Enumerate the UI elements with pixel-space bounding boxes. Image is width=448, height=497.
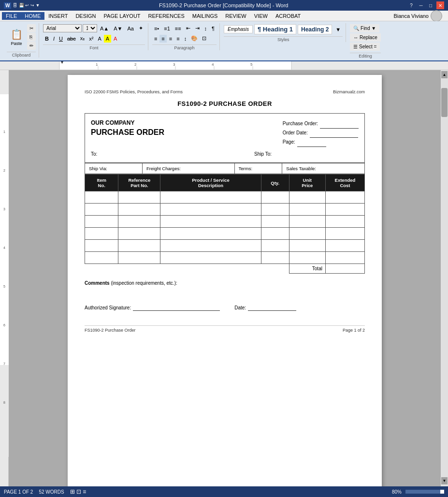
signature-section: Authorized Signature: Date: <box>85 305 365 311</box>
italic-button[interactable]: I <box>51 35 57 43</box>
cell-item <box>85 216 118 228</box>
date-field: Date: <box>234 305 296 311</box>
show-formatting-button[interactable]: ¶ <box>210 25 217 32</box>
comments-section: Comments (inspection requirements, etc.)… <box>85 280 365 286</box>
menu-page-layout[interactable]: PAGE LAYOUT <box>100 12 145 20</box>
clipboard-group: 📋 Paste ✂ ⎘ ✏ Clipboard <box>4 23 39 58</box>
style-emphasis[interactable]: Emphasis <box>224 25 253 33</box>
bold-button[interactable]: B <box>43 35 51 43</box>
help-button[interactable]: ? <box>407 1 415 9</box>
left-ruler: 1 2 3 4 5 6 7 8 <box>0 70 9 486</box>
copy-button[interactable]: ⎘ <box>27 33 36 41</box>
shading-button[interactable]: 🎨 <box>189 34 200 43</box>
font-size-select[interactable]: 12 <box>83 24 97 32</box>
subscript-button[interactable]: x₂ <box>78 34 87 43</box>
underline-button[interactable]: U <box>57 35 65 43</box>
change-case-button[interactable]: Aa <box>125 25 135 32</box>
order-date-label: Order Date: <box>283 129 308 137</box>
scroll-up-button[interactable]: ▲ <box>441 71 448 78</box>
borders-button[interactable]: ⊡ <box>200 34 208 43</box>
decrease-indent-button[interactable]: ⇤ <box>184 24 192 32</box>
increase-indent-button[interactable]: ⇥ <box>193 24 202 32</box>
strikethrough-button[interactable]: abc <box>65 35 78 43</box>
line-spacing-button[interactable]: ↕ <box>182 35 189 43</box>
style-heading1[interactable]: ¶ Heading 1 <box>254 24 296 34</box>
menu-design[interactable]: DESIGN <box>72 12 100 20</box>
clipboard-small-buttons: ✂ ⎘ ✏ <box>27 24 36 50</box>
po-number-line: Purchase Order: <box>283 119 359 129</box>
comments-note: (inspection requirements, etc.): <box>110 280 177 286</box>
style-heading2[interactable]: Heading 2 <box>298 25 332 34</box>
shrink-font-button[interactable]: A▼ <box>112 25 124 32</box>
page-header: ISO 22000 FSMS Policies, Procedures, and… <box>85 89 365 94</box>
superscript-button[interactable]: x² <box>87 35 95 43</box>
highlight-button[interactable]: A <box>104 35 111 43</box>
justify-button[interactable]: ≡ <box>174 35 181 43</box>
zoom-thumb[interactable] <box>440 490 444 494</box>
sort-button[interactable]: ↕ <box>202 25 209 32</box>
title-bar: W 🗄 💾 ↩ ↪ ▼ FS1090-2 Purchase Order [Com… <box>0 0 448 11</box>
align-center-button[interactable]: ≡ <box>159 35 166 43</box>
numbering-button[interactable]: ≡1 <box>162 25 172 32</box>
clear-format-button[interactable]: ✦ <box>137 24 145 32</box>
ruler-inner: 1 2 3 4 5 <box>21 61 441 70</box>
paragraph-row1: ≡• ≡1 ≡≡ ⇤ ⇥ ↕ ¶ <box>152 24 217 32</box>
text-effect-button[interactable]: A <box>96 35 103 43</box>
grow-font-button[interactable]: A▲ <box>98 25 111 32</box>
cut-button[interactable]: ✂ <box>27 24 36 32</box>
menu-acrobat[interactable]: ACROBAT <box>272 12 304 20</box>
document-area: ISO 22000 FSMS Policies, Procedures, and… <box>9 70 441 486</box>
cell-item <box>85 240 118 252</box>
right-scrollbar[interactable]: ▲ ▼ <box>441 70 448 486</box>
font-name-select[interactable]: Arial <box>43 24 82 32</box>
scroll-down-button[interactable]: ▼ <box>441 477 448 484</box>
svg-text:7: 7 <box>3 362 5 365</box>
editing-label: Editing <box>350 53 380 58</box>
svg-text:4: 4 <box>3 246 5 249</box>
cell-qty <box>261 252 289 264</box>
select-button[interactable]: ☰ Select = <box>350 43 380 51</box>
format-painter-button[interactable]: ✏ <box>27 42 36 50</box>
font-color-button[interactable]: A <box>112 35 119 43</box>
menu-insert[interactable]: INSERT <box>44 12 72 20</box>
minimize-button[interactable]: ─ <box>417 1 425 9</box>
paste-button[interactable]: 📋 Paste <box>7 25 26 50</box>
comments-bold-label: Comments <box>85 280 110 286</box>
cell-qty <box>261 216 289 228</box>
sales-tax-cell: Sales Taxable: <box>282 163 365 174</box>
multilevel-button[interactable]: ≡≡ <box>173 25 183 32</box>
svg-text:1: 1 <box>3 130 5 133</box>
align-right-button[interactable]: ≡ <box>167 35 174 43</box>
cell-desc <box>160 228 261 240</box>
maximize-button[interactable]: □ <box>427 1 434 9</box>
replace-button[interactable]: ↔ Replace <box>350 33 380 42</box>
find-button[interactable]: 🔍 Find ▼ <box>350 24 379 32</box>
cell-item <box>85 191 118 204</box>
col-unit-price: UnitPrice <box>289 175 325 191</box>
scroll-thumb[interactable] <box>441 88 448 117</box>
align-left-button[interactable]: ≡ <box>152 35 159 43</box>
table-row <box>85 228 365 240</box>
ruler: 1 2 3 4 5 <box>0 61 448 70</box>
more-styles-button[interactable]: ▼ <box>333 26 343 33</box>
menu-file[interactable]: FILE <box>2 12 21 20</box>
bullets-button[interactable]: ≡• <box>152 25 161 32</box>
paragraph-group: ≡• ≡1 ≡≡ ⇤ ⇥ ↕ ¶ ≡ ≡ ≡ ≡ ↕ 🎨 ⊡ <box>149 23 220 50</box>
svg-text:3: 3 <box>173 62 175 67</box>
zoom-bar[interactable] <box>405 490 444 494</box>
svg-text:2: 2 <box>134 62 137 67</box>
svg-text:5: 5 <box>3 285 5 288</box>
header-left: ISO 22000 FSMS Policies, Procedures, and… <box>85 89 183 94</box>
order-date-blank <box>310 129 358 138</box>
menu-view[interactable]: VIEW <box>250 12 272 20</box>
menu-home[interactable]: HOME <box>21 12 44 20</box>
cell-cost <box>325 191 364 204</box>
menu-review[interactable]: REVIEW <box>221 12 250 20</box>
main-area: 1 2 3 4 5 6 7 8 ISO 22000 FSMS Policies,… <box>0 70 448 486</box>
user-avatar[interactable] <box>431 10 442 22</box>
menu-mailings[interactable]: MAILINGS <box>188 12 222 20</box>
close-button[interactable]: ✕ <box>436 1 444 9</box>
cell-qty <box>261 240 289 252</box>
ribbon-content: 📋 Paste ✂ ⎘ ✏ Clipboard Arial <box>0 21 448 60</box>
menu-references[interactable]: REFERENCES <box>145 12 188 20</box>
